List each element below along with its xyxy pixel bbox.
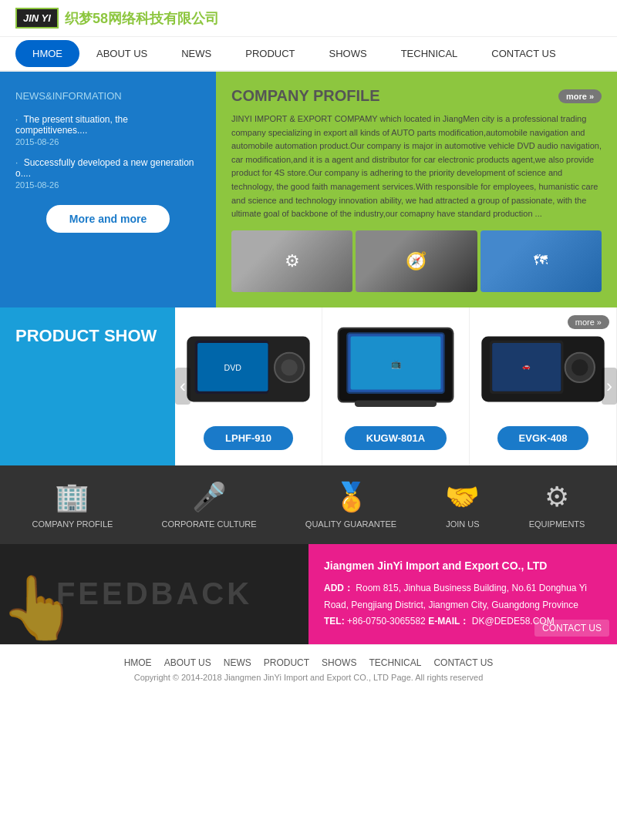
product-item-3: 🚗 EVGK-408 xyxy=(470,307,617,465)
company-section: COMPANY PROFILE more » JINYI IMPORT & EX… xyxy=(216,72,617,307)
footer-label-equipments: EQUIPMENTS xyxy=(529,519,585,529)
building-icon: 🏢 xyxy=(55,481,89,513)
company-image-1: ⚙ xyxy=(231,230,352,292)
contact-address: ADD： Room 815, Jinhua Business Building,… xyxy=(324,580,602,613)
map-icon: 🗺 xyxy=(480,230,602,292)
main-nav: HMOE ABOUT US NEWS PRODUCT SHOWS TECHNIC… xyxy=(0,37,617,72)
compass-icon: 🧭 xyxy=(356,230,477,292)
next-product-button[interactable]: › xyxy=(602,368,617,405)
nav-item-product[interactable]: PRODUCT xyxy=(228,37,312,70)
nav-item-home[interactable]: HMOE xyxy=(15,40,79,67)
news-date-1: 2015-08-26 xyxy=(15,137,201,146)
logo-text: 织梦58网络科技有限公司 xyxy=(65,9,219,28)
contact-address-text: Room 815, Jinhua Business Building, No.6… xyxy=(324,583,587,610)
nav-item-about[interactable]: ABOUT US xyxy=(79,37,164,70)
logo-icon: JIN YI xyxy=(15,8,59,29)
footer-label-company-profile: COMPANY PROFILE xyxy=(32,519,113,529)
footer-label-join-us: JOIN US xyxy=(446,519,479,529)
feedback-hand-icon: 👆 xyxy=(0,572,77,644)
product-items: more » ‹ DVD LPHF-910 xyxy=(175,307,617,465)
footer-item-join-us[interactable]: 🤝 JOIN US xyxy=(445,481,480,529)
product-image-3: 🚗 xyxy=(477,323,609,415)
svg-point-18 xyxy=(571,359,588,375)
product-show-section: PRODUCT SHOW more » ‹ DVD LPHF-910 xyxy=(0,307,617,465)
gear-icon: ⚙ xyxy=(545,481,569,513)
company-title: COMPANY PROFILE more » xyxy=(231,87,602,105)
news-link-2[interactable]: Successfully developed a new generation … xyxy=(15,157,194,179)
news-title: NEWS&INFORMATION xyxy=(15,87,201,103)
contact-section: Jiangmen JinYi Import and Export CO., LT… xyxy=(308,544,617,644)
news-link-1[interactable]: The present situation, the competitivene… xyxy=(15,114,128,136)
handshake-icon: 🤝 xyxy=(445,481,480,513)
more-button[interactable]: More and more xyxy=(46,205,170,233)
nav-item-shows[interactable]: SHOWS xyxy=(312,37,384,70)
product-image-1: DVD xyxy=(183,323,314,415)
mic-icon: 🎤 xyxy=(192,481,227,513)
nav-item-technical[interactable]: TECHNICAL xyxy=(384,37,475,70)
product-show-title: PRODUCT SHOW xyxy=(15,326,160,346)
product-more-button[interactable]: more » xyxy=(568,315,609,329)
contact-us-button[interactable]: CONTACT US xyxy=(534,620,609,637)
svg-text:DVD: DVD xyxy=(224,363,242,372)
company-more-button[interactable]: more » xyxy=(558,89,602,103)
header: JIN YI 织梦58网络科技有限公司 xyxy=(0,0,617,37)
bullet-icon-2: · xyxy=(15,157,18,168)
news-subtitle: &INFORMATION xyxy=(46,90,122,102)
product-show-label: PRODUCT SHOW xyxy=(0,307,175,465)
footer-label-corporate-culture: CORPORATE CULTURE xyxy=(162,519,257,529)
prev-product-button[interactable]: ‹ xyxy=(175,368,190,405)
product-item-2: 📺 KUGW-801A xyxy=(322,307,470,465)
product-item-1: DVD LPHF-910 xyxy=(175,307,322,465)
nav-item-news[interactable]: NEWS xyxy=(164,37,228,70)
footer-item-equipments[interactable]: ⚙ EQUIPMENTS xyxy=(529,481,585,529)
footer-item-quality[interactable]: 🏅 QUALITY GUARANTEE xyxy=(305,481,396,529)
news-section: NEWS&INFORMATION · The present situation… xyxy=(0,72,216,307)
logo: JIN YI 织梦58网络科技有限公司 xyxy=(15,8,219,29)
product-btn-2[interactable]: KUGW-801A xyxy=(345,426,447,450)
bottom-nav-home[interactable]: HMOE xyxy=(124,657,152,668)
company-image-3: 🗺 xyxy=(480,230,602,292)
company-body: JINYI IMPORT & EXPORT COMPAMY which loca… xyxy=(231,113,602,221)
contact-tel-label: TEL: xyxy=(324,616,345,627)
bottom-nav-about[interactable]: ABOUT US xyxy=(164,657,211,668)
news-item-2: · Successfully developed a new generatio… xyxy=(15,157,201,190)
bottom-nav-links: HMOE ABOUT US NEWS PRODUCT SHOWS TECHNIC… xyxy=(8,657,609,668)
bottom-nav-product[interactable]: PRODUCT xyxy=(264,657,309,668)
wheel-icon: ⚙ xyxy=(231,230,352,292)
product-image-2: 📺 xyxy=(330,323,461,415)
bottom-nav-contact[interactable]: CONTACT US xyxy=(433,657,493,668)
main-content-top: NEWS&INFORMATION · The present situation… xyxy=(0,72,617,307)
contact-add-label: ADD： xyxy=(324,583,353,593)
medal-icon: 🏅 xyxy=(334,481,369,513)
company-images: ⚙ 🧭 🗺 xyxy=(231,230,602,292)
feedback-text: FEEDBACK xyxy=(56,576,252,611)
svg-text:🚗: 🚗 xyxy=(522,362,531,371)
svg-rect-11 xyxy=(355,400,437,407)
bottom-sections: FEEDBACK 👆 Jiangmen JinYi Import and Exp… xyxy=(0,544,617,644)
product-btn-3[interactable]: EVGK-408 xyxy=(497,426,589,450)
copyright-text: Copyright © 2014-2018 Jiangmen JinYi Imp… xyxy=(8,673,609,682)
svg-point-3 xyxy=(282,359,298,375)
feedback-section: FEEDBACK 👆 xyxy=(0,544,308,644)
contact-email-label: E-MAIL： xyxy=(428,616,469,627)
footer-label-quality: QUALITY GUARANTEE xyxy=(305,519,396,529)
bottom-nav: HMOE ABOUT US NEWS PRODUCT SHOWS TECHNIC… xyxy=(0,644,617,685)
news-date-2: 2015-08-26 xyxy=(15,180,201,190)
product-btn-1[interactable]: LPHF-910 xyxy=(204,426,293,450)
footer-item-company-profile[interactable]: 🏢 COMPANY PROFILE xyxy=(32,481,113,529)
contact-company-name: Jiangmen JinYi Import and Export CO., LT… xyxy=(324,556,602,576)
contact-tel-value: +86-0750-3065582 xyxy=(347,616,426,627)
footer-icons-section: 🏢 COMPANY PROFILE 🎤 CORPORATE CULTURE 🏅 … xyxy=(0,465,617,544)
news-item-1: · The present situation, the competitive… xyxy=(15,114,201,146)
bottom-nav-shows[interactable]: SHOWS xyxy=(322,657,356,668)
svg-text:📺: 📺 xyxy=(391,359,402,369)
bullet-icon: · xyxy=(15,114,18,125)
company-image-2: 🧭 xyxy=(356,230,477,292)
footer-item-corporate-culture[interactable]: 🎤 CORPORATE CULTURE xyxy=(162,481,257,529)
bottom-nav-technical[interactable]: TECHNICAL xyxy=(369,657,421,668)
bottom-nav-news[interactable]: NEWS xyxy=(224,657,251,668)
nav-item-contact[interactable]: CONTACT US xyxy=(474,37,572,70)
